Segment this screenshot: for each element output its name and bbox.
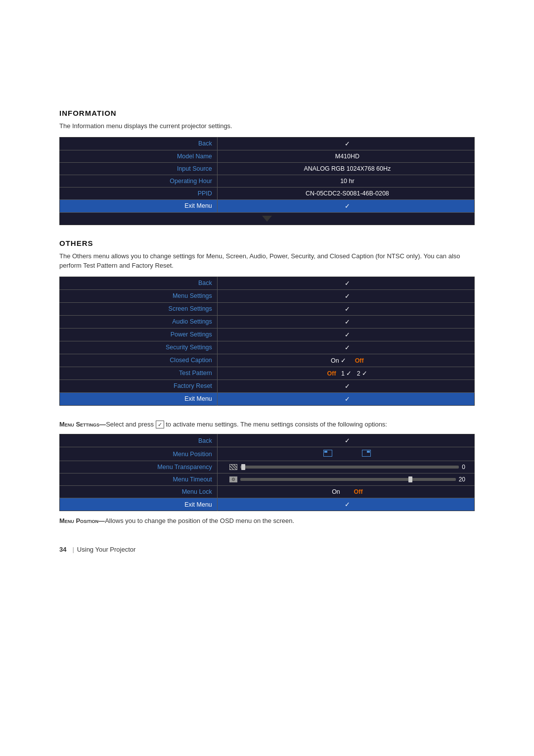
footer-text: Using Your Projector bbox=[77, 546, 136, 553]
table-row: Menu Transparency 0 bbox=[60, 461, 475, 473]
table-row: Menu Position bbox=[60, 447, 475, 461]
row-value: Off 1 ✓ 2 ✓ bbox=[217, 367, 474, 379]
row-label: Operating Hour bbox=[60, 175, 218, 187]
row-value: On Off bbox=[217, 486, 474, 498]
row-value: ✓ bbox=[217, 379, 474, 392]
table-row: Menu Timeout ⚙ 20 bbox=[60, 473, 475, 486]
down-arrow-cell bbox=[60, 212, 475, 225]
table-row: Audio Settings✓ bbox=[60, 315, 475, 328]
table-row: Factory Reset✓ bbox=[60, 379, 475, 392]
information-table: Back✓Model NameM410HDInput SourceANALOG … bbox=[59, 137, 475, 225]
table-row: Exit Menu✓ bbox=[60, 199, 475, 212]
row-label: Input Source bbox=[60, 162, 218, 175]
table-row: Exit Menu✓ bbox=[60, 498, 475, 511]
row-value: 0 bbox=[217, 461, 474, 473]
row-label: Security Settings bbox=[60, 341, 218, 354]
slider-bar2 bbox=[240, 478, 456, 481]
row-value: M410HD bbox=[217, 150, 474, 162]
menu-position-desc: Allows you to change the position of the… bbox=[105, 517, 294, 524]
table-row: Input SourceANALOG RGB 1024X768 60Hz bbox=[60, 162, 475, 175]
menu-settings-intro: Menu Settings—Select and press ✓ to acti… bbox=[59, 420, 475, 429]
row-value: ✓ bbox=[217, 289, 474, 302]
row-label: Menu Position bbox=[60, 447, 218, 461]
menu-position-para: Menu Position—Allows you to change the p… bbox=[59, 516, 475, 526]
slider-value2: 20 bbox=[459, 476, 465, 483]
table-row: Back✓ bbox=[60, 137, 475, 150]
row-value: ✓ bbox=[217, 434, 474, 447]
row-label: Power Settings bbox=[60, 328, 218, 341]
row-label: Back bbox=[60, 277, 218, 289]
row-label: Exit Menu bbox=[60, 392, 218, 405]
row-value bbox=[217, 447, 474, 461]
page-footer: 34 | Using Your Projector bbox=[59, 546, 475, 553]
row-label: PPID bbox=[60, 187, 218, 199]
row-value: ✓ bbox=[217, 341, 474, 354]
row-label: Factory Reset bbox=[60, 379, 218, 392]
information-desc: The Information menu displays the curren… bbox=[59, 121, 475, 131]
table-row: Screen Settings✓ bbox=[60, 302, 475, 315]
menu-position-label: Menu Position— bbox=[59, 517, 105, 524]
menu-pos-topright-icon bbox=[362, 450, 371, 457]
row-label: Menu Settings bbox=[60, 289, 218, 302]
row-label: Audio Settings bbox=[60, 315, 218, 328]
page-number: 34 bbox=[59, 546, 66, 553]
row-label: Screen Settings bbox=[60, 302, 218, 315]
row-label: Exit Menu bbox=[60, 199, 218, 212]
information-title: INFORMATION bbox=[59, 109, 475, 117]
others-title: OTHERS bbox=[59, 239, 475, 247]
row-value: On ✓ Off bbox=[217, 354, 474, 367]
row-value: ✓ bbox=[217, 328, 474, 341]
others-section: OTHERS The Others menu allows you to cha… bbox=[59, 239, 475, 406]
row-value: ⚙ 20 bbox=[217, 473, 474, 486]
row-value: ✓ bbox=[217, 315, 474, 328]
row-label: Exit Menu bbox=[60, 498, 218, 511]
table-row: Power Settings✓ bbox=[60, 328, 475, 341]
table-row: Exit Menu✓ bbox=[60, 392, 475, 405]
menu-settings-table: Back✓Menu Position Menu Transparency 0 M… bbox=[59, 434, 475, 511]
row-value: 10 hr bbox=[217, 175, 474, 187]
footer-divider: | bbox=[72, 546, 74, 553]
row-value: ✓ bbox=[217, 199, 474, 212]
arrow-row bbox=[60, 212, 475, 225]
row-value: CN-05CDC2-S0081-46B-0208 bbox=[217, 187, 474, 199]
table-row: PPIDCN-05CDC2-S0081-46B-0208 bbox=[60, 187, 475, 199]
menu-pos-topleft-icon bbox=[323, 450, 332, 457]
row-label: Test Pattern bbox=[60, 367, 218, 379]
others-desc: The Others menu allows you to change set… bbox=[59, 251, 475, 271]
row-label: Back bbox=[60, 434, 218, 447]
row-label: Menu Transparency bbox=[60, 461, 218, 473]
menu-settings-text: Select and press ✓ to activate menu sett… bbox=[106, 421, 387, 428]
table-row: Menu Settings✓ bbox=[60, 289, 475, 302]
timeout-icon: ⚙ bbox=[229, 476, 237, 482]
down-arrow-icon bbox=[262, 216, 272, 222]
table-row: Security Settings✓ bbox=[60, 341, 475, 354]
slider-bar bbox=[240, 466, 459, 469]
row-label: Model Name bbox=[60, 150, 218, 162]
row-value: ✓ bbox=[217, 302, 474, 315]
row-label: Menu Lock bbox=[60, 486, 218, 498]
row-value: ✓ bbox=[217, 392, 474, 405]
row-value: ANALOG RGB 1024X768 60Hz bbox=[217, 162, 474, 175]
information-section: INFORMATION The Information menu display… bbox=[59, 109, 475, 225]
table-row: Menu LockOn Off bbox=[60, 486, 475, 498]
table-row: Back✓ bbox=[60, 277, 475, 289]
transparency-icon bbox=[229, 464, 237, 470]
row-label: Closed Caption bbox=[60, 354, 218, 367]
row-label: Menu Timeout bbox=[60, 473, 218, 486]
row-value: ✓ bbox=[217, 277, 474, 289]
table-row: Operating Hour10 hr bbox=[60, 175, 475, 187]
row-value: ✓ bbox=[217, 137, 474, 150]
others-table: Back✓Menu Settings✓Screen Settings✓Audio… bbox=[59, 277, 475, 406]
table-row: Model NameM410HD bbox=[60, 150, 475, 162]
table-row: Test PatternOff 1 ✓ 2 ✓ bbox=[60, 367, 475, 379]
menu-settings-label: Menu Settings— bbox=[59, 421, 106, 428]
row-label: Back bbox=[60, 137, 218, 150]
table-row: Closed CaptionOn ✓ Off bbox=[60, 354, 475, 367]
table-row: Back✓ bbox=[60, 434, 475, 447]
slider-value: 0 bbox=[462, 464, 465, 471]
row-value: ✓ bbox=[217, 498, 474, 511]
